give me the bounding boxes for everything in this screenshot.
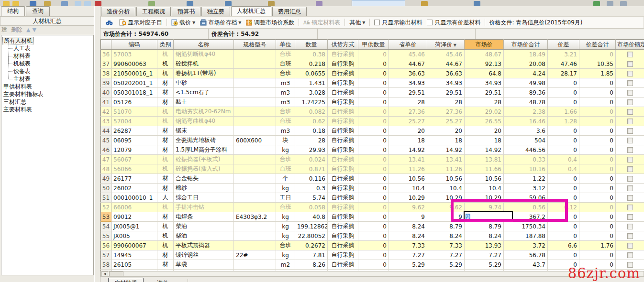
cell-spec[interactable] <box>234 260 276 270</box>
cell-jgqty[interactable]: 0 <box>358 136 389 145</box>
cell-heze[interactable]: 8.79 <box>427 222 465 231</box>
cell-jgqty[interactable]: 0 <box>358 212 389 222</box>
row-number-cell[interactable]: 46 <box>101 145 111 155</box>
cell-diff[interactable]: 1.28 <box>548 117 579 126</box>
cell-name[interactable]: 黏土 <box>174 98 234 107</box>
cell-qty[interactable]: 0.058 <box>295 203 328 212</box>
cell-spec[interactable] <box>234 50 276 59</box>
cell-qty[interactable]: 8.26 <box>295 260 328 270</box>
cell-type[interactable]: 人 <box>157 193 174 203</box>
top-toolbar-icon[interactable] <box>95 1 101 6</box>
cell-code[interactable]: 26105 <box>111 260 157 270</box>
cell-heze[interactable]: 9.62 <box>427 203 465 212</box>
cell-market[interactable]: 29.02 <box>465 107 504 117</box>
cell-diff[interactable]: 0 <box>548 222 579 231</box>
market-price-edit-input[interactable]: 9 <box>464 211 513 222</box>
row-number-cell[interactable]: 40 <box>101 88 111 98</box>
column-header-省单价[interactable]: 省单价 <box>389 40 427 50</box>
cell-unit[interactable]: m2 <box>276 260 295 270</box>
row-number-cell[interactable]: 45 <box>101 136 111 145</box>
cell-dtotal[interactable]: 0 <box>579 203 616 212</box>
cell-jgqty[interactable]: 0 <box>358 69 389 78</box>
column-header-名称[interactable]: 名称 <box>174 40 234 50</box>
cell-lock[interactable] <box>616 145 644 155</box>
column-header-价差合计[interactable]: 价差合计 <box>579 40 616 50</box>
cell-mtotal[interactable]: 3.72 <box>504 241 548 250</box>
cell-prov[interactable]: 36.63 <box>389 69 427 78</box>
horizontal-scrollbar[interactable]: ◀ <box>100 271 644 277</box>
cell-market[interactable]: 34.93 <box>465 78 504 88</box>
cell-heze[interactable]: 10.4 <box>427 184 465 193</box>
cell-code[interactable]: 06095 <box>111 136 157 145</box>
cell-prov[interactable]: 25.27 <box>389 117 427 126</box>
cell-supply[interactable]: 自行采购 <box>328 136 358 145</box>
cell-name[interactable]: 柴油 <box>174 231 234 241</box>
market-archive-button[interactable]: 市场价存档▼ <box>198 18 243 28</box>
cell-lock[interactable] <box>616 136 644 145</box>
cell-diff[interactable]: 0 <box>548 231 579 241</box>
cell-mtotal[interactable]: 0.56 <box>504 203 548 212</box>
cell-supply[interactable]: 自行采购 <box>328 126 358 136</box>
cell-qty[interactable]: 1.431 <box>295 78 328 88</box>
column-header-编码[interactable]: 编码 <box>111 40 157 50</box>
cell-diff[interactable]: 28.17 <box>548 69 579 78</box>
cell-qty[interactable]: 0.116 <box>295 174 328 184</box>
cell-code[interactable]: 050202001_1 <box>111 78 157 88</box>
guangcai-helper-button[interactable]: 广材助手 <box>108 278 144 282</box>
cell-market[interactable]: 8.24 <box>465 231 504 241</box>
cell-unit[interactable]: 台班 <box>276 107 295 117</box>
cell-lock[interactable] <box>616 212 644 222</box>
cell-jgqty[interactable]: 0 <box>358 59 389 69</box>
cell-spec[interactable]: E4303φ3.2 <box>234 212 276 222</box>
cell-market[interactable]: 64.8 <box>465 69 504 78</box>
cell-heze[interactable]: 11.26 <box>427 164 465 174</box>
cell-prov[interactable]: 34.93 <box>389 78 427 88</box>
cell-dtotal[interactable]: 0 <box>579 136 616 145</box>
cell-supply[interactable]: 自行采购 <box>328 155 358 164</box>
cell-prov[interactable]: 27.36 <box>389 107 427 117</box>
cell-heze[interactable]: 34.93 <box>427 78 465 88</box>
cell-type[interactable]: 材 <box>157 174 174 184</box>
cell-dtotal[interactable]: 0 <box>579 117 616 126</box>
tree-item-主要材料指标表[interactable]: 主要材料指标表 <box>2 90 92 98</box>
cell-market[interactable]: 14.92 <box>465 145 504 155</box>
cell-diff[interactable]: 0 <box>548 78 579 88</box>
cell-code[interactable]: 14945 <box>111 250 157 260</box>
cell-code[interactable]: 26177 <box>111 174 157 184</box>
market-price-lock-checkbox[interactable] <box>627 90 633 96</box>
cell-lock[interactable] <box>616 241 644 250</box>
cell-qty[interactable]: 0.62 <box>295 117 328 126</box>
cell-qty[interactable]: 0.082 <box>295 107 328 117</box>
cell-heze[interactable]: 10.29 <box>427 193 465 203</box>
row-number-cell[interactable]: 56 <box>101 241 111 250</box>
cell-mtotal[interactable]: 59.06 <box>504 193 548 203</box>
cell-mtotal[interactable]: 0.33 <box>504 155 548 164</box>
tab-独立费[interactable]: 独立费 <box>201 7 230 16</box>
cell-diff[interactable]: 0 <box>548 184 579 193</box>
move-down-icon[interactable]: ▼ <box>32 27 36 33</box>
cell-supply[interactable]: 自行采购 <box>328 193 358 203</box>
top-toolbar-icon[interactable] <box>474 1 480 6</box>
cell-diff[interactable]: 0 <box>548 98 579 107</box>
cell-name[interactable]: 棉纱 <box>174 184 234 193</box>
top-toolbar-icon[interactable] <box>148 1 155 6</box>
cell-market[interactable]: 28 <box>465 98 504 107</box>
row-number-cell[interactable]: 43 <box>101 117 111 126</box>
cell-code[interactable]: 57003 <box>111 50 157 59</box>
cell-prov[interactable]: 10.29 <box>389 193 427 203</box>
cell-dtotal[interactable]: 0 <box>579 107 616 117</box>
cell-lock[interactable] <box>616 193 644 203</box>
cell-jgqty[interactable]: 0 <box>358 231 389 241</box>
market-price-lock-checkbox[interactable] <box>627 205 633 210</box>
output-only-checkbox[interactable]: 只显示输出材料 <box>372 18 424 28</box>
market-price-lock-checkbox[interactable] <box>627 80 633 86</box>
cell-mtotal[interactable]: 1.22 <box>504 174 548 184</box>
cell-qty[interactable]: 22.80052 <box>295 231 328 241</box>
market-price-lock-checkbox[interactable] <box>627 147 633 153</box>
cell-heze[interactable]: 18 <box>427 136 465 145</box>
cell-dtotal[interactable]: 0 <box>579 78 616 88</box>
row-number-cell[interactable]: 47 <box>101 155 111 164</box>
cell-qty[interactable]: 40.8 <box>295 212 328 222</box>
column-header-rownum[interactable] <box>101 40 111 50</box>
tree-item-三材汇总[interactable]: 三材汇总 <box>2 98 92 106</box>
